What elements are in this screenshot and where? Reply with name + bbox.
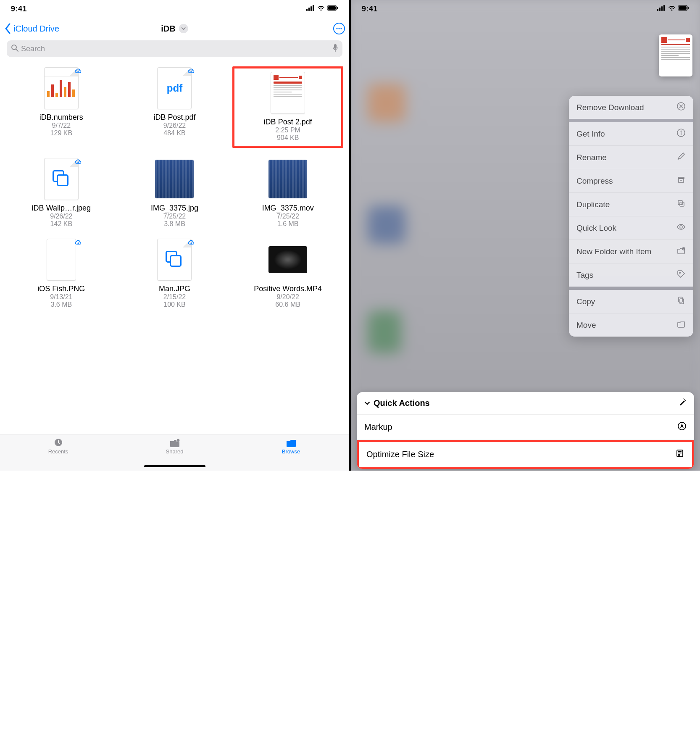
file-name: iOS Fish.PNG [37, 284, 85, 293]
quick-actions-header[interactable]: Quick Actions [357, 392, 694, 415]
file-thumbnail [267, 72, 309, 114]
file-name: Man.JPG [159, 284, 190, 293]
menu-move[interactable]: Move [569, 313, 693, 337]
svg-rect-0 [306, 9, 308, 11]
menu-tags[interactable]: Tags [569, 263, 693, 287]
menu-duplicate[interactable]: Duplicate [569, 193, 693, 216]
status-time: 9:41 [362, 5, 378, 13]
file-item[interactable]: Man.JPG2/15/22100 KB [119, 238, 230, 309]
svg-rect-50 [678, 454, 680, 456]
svg-point-8 [338, 28, 339, 29]
svg-rect-16 [657, 9, 658, 11]
svg-rect-5 [328, 6, 336, 10]
file-thumbnail [267, 158, 309, 200]
status-bar: 9:41 [0, 0, 349, 18]
search-field[interactable] [7, 40, 342, 57]
file-item[interactable]: iDB Post 2.pdf2:25 PM904 KB [232, 66, 343, 148]
home-indicator[interactable] [144, 465, 205, 467]
file-item[interactable]: IMG_3375.mov7/25/221.6 MB [232, 157, 343, 229]
microphone-icon[interactable] [332, 44, 338, 54]
quick-action-optimize-file-size[interactable]: Optimize File Size [357, 440, 694, 469]
tab-bar: Recents Shared Browse [0, 434, 349, 471]
tab-shared-label: Shared [166, 448, 184, 455]
file-size: 3.6 MB [50, 301, 72, 308]
file-size: 904 KB [277, 134, 299, 142]
svg-line-11 [16, 49, 18, 51]
menu-rename[interactable]: Rename [569, 146, 693, 169]
navigation-header: iCloud Drive iDB [0, 18, 349, 39]
file-item[interactable]: IMG_3375.jpg7/25/223.8 MB [119, 157, 230, 229]
menu-remove-download[interactable]: Remove Download [569, 96, 693, 119]
file-item[interactable]: iDB.numbers9/7/22129 KB [6, 66, 117, 148]
eye-icon [676, 222, 686, 234]
file-date: 9/7/22 [52, 122, 71, 129]
file-item[interactable]: pdfiDB Post.pdf9/26/22484 KB [119, 66, 230, 148]
tab-recents[interactable]: Recents [0, 437, 116, 471]
file-name: IMG_3375.mov [262, 203, 314, 213]
back-button[interactable]: iCloud Drive [4, 23, 59, 34]
svg-rect-17 [659, 8, 661, 11]
svg-point-40 [679, 272, 681, 274]
file-date: 9/26/22 [163, 122, 186, 129]
file-name: iDB Post 2.pdf [264, 117, 312, 126]
menu-new-folder[interactable]: New Folder with Item [569, 240, 693, 263]
copy-icon [676, 296, 686, 307]
tag-icon [676, 269, 686, 281]
tab-browse[interactable]: Browse [233, 437, 349, 471]
svg-point-36 [680, 226, 682, 228]
remove-download-icon [676, 102, 686, 113]
menu-get-info[interactable]: Get Info [569, 122, 693, 146]
file-item[interactable]: Positive Words.MP49/20/2260.6 MB [232, 238, 343, 309]
wifi-icon [668, 5, 676, 13]
duplicate-icon [676, 199, 686, 210]
cellular-icon [306, 5, 315, 13]
svg-rect-2 [311, 6, 312, 11]
file-size: 100 KB [163, 301, 185, 308]
tab-browse-label: Browse [282, 448, 300, 455]
menu-quick-look[interactable]: Quick Look [569, 216, 693, 240]
svg-rect-19 [663, 5, 665, 11]
file-size: 484 KB [163, 129, 185, 137]
svg-point-7 [336, 28, 337, 29]
context-menu: Remove Download Get Info Rename Compress… [569, 96, 693, 337]
file-name: iDB.numbers [39, 113, 83, 122]
right-screenshot: 9:41 Remove Download [351, 0, 700, 471]
svg-rect-1 [308, 8, 310, 11]
file-date: 7/25/22 [276, 213, 299, 220]
file-preview-thumbnail[interactable] [659, 34, 692, 76]
info-icon [676, 128, 686, 140]
optimize-file-size-icon [675, 449, 684, 460]
file-name: iDB Wallp…r.jpeg [32, 203, 91, 213]
file-item[interactable]: iDB Wallp…r.jpeg9/26/22142 KB [6, 157, 117, 229]
folder-icon [676, 319, 686, 331]
status-time: 9:41 [11, 5, 27, 13]
file-date: 2/15/22 [163, 293, 186, 301]
battery-icon [678, 5, 689, 13]
menu-copy[interactable]: Copy [569, 290, 693, 313]
chevron-down-icon [364, 398, 370, 408]
more-options-button[interactable] [333, 23, 345, 34]
svg-point-27 [681, 131, 682, 132]
svg-point-15 [176, 439, 180, 442]
file-date: 9/26/22 [50, 213, 72, 220]
file-size: 142 KB [50, 220, 72, 228]
battery-icon [327, 5, 338, 13]
file-thumbnail [267, 239, 309, 281]
svg-rect-22 [688, 7, 689, 9]
folder-title[interactable]: iDB [161, 24, 188, 34]
file-thumbnail [40, 158, 82, 200]
svg-rect-3 [313, 5, 314, 11]
file-date: 9/13/21 [50, 293, 72, 301]
quick-action-markup[interactable]: Markup [357, 415, 694, 440]
file-grid: iDB.numbers9/7/22129 KBpdfiDB Post.pdf9/… [0, 61, 349, 351]
file-thumbnail [40, 239, 82, 281]
cellular-icon [657, 5, 666, 13]
file-item[interactable]: iOS Fish.PNG9/13/213.6 MB [6, 238, 117, 309]
file-size: 1.6 MB [277, 220, 299, 228]
cloud-download-icon [75, 240, 82, 247]
status-bar: 9:41 [351, 0, 700, 18]
search-input[interactable] [21, 45, 330, 53]
file-thumbnail [153, 239, 195, 281]
menu-compress[interactable]: Compress [569, 169, 693, 193]
svg-rect-41 [679, 297, 682, 302]
